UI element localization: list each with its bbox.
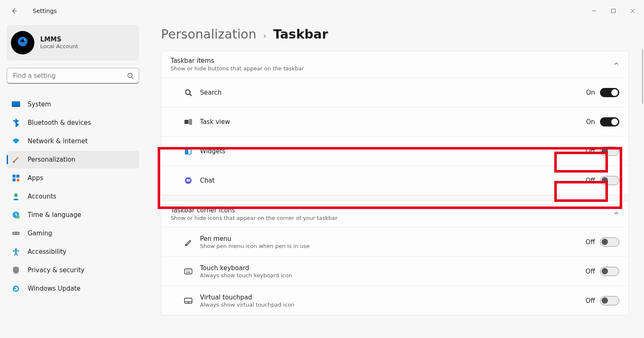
svg-point-20 <box>14 233 15 234</box>
section-subtitle: Show or hide buttons that appear on the … <box>171 65 304 72</box>
brush-icon <box>12 155 20 164</box>
row-chat: Chat Off <box>161 165 628 195</box>
nav-item-accounts[interactable]: Accounts <box>7 188 139 205</box>
svg-point-7 <box>128 73 132 77</box>
breadcrumb-parent[interactable]: Personalization <box>161 27 256 41</box>
svg-point-31 <box>188 180 189 181</box>
nav-label: Privacy & security <box>28 266 84 274</box>
accessibility-icon <box>12 248 20 256</box>
nav-item-system[interactable]: System <box>7 95 139 113</box>
toggle-widgets[interactable] <box>600 147 619 156</box>
row-label: Chat <box>200 177 215 184</box>
update-icon <box>12 284 20 293</box>
search-input[interactable] <box>12 72 127 80</box>
svg-point-23 <box>186 90 190 94</box>
nav-label: Accounts <box>28 193 56 200</box>
svg-rect-11 <box>13 161 15 163</box>
chevron-up-icon <box>613 210 619 218</box>
svg-rect-19 <box>12 232 20 235</box>
svg-line-8 <box>132 77 133 79</box>
row-label: Search <box>200 89 222 96</box>
nav: System Bluetooth & devices Network & int… <box>7 95 139 297</box>
toggle-search[interactable] <box>600 88 619 97</box>
row-widgets: Widgets Off <box>161 136 628 165</box>
nav-label: System <box>28 101 51 108</box>
account-card[interactable]: LMMS Local Account <box>7 25 139 60</box>
svg-rect-32 <box>184 269 192 274</box>
svg-point-22 <box>15 248 17 250</box>
window-controls <box>584 4 642 18</box>
search-box[interactable] <box>7 68 139 84</box>
nav-item-accessibility[interactable]: Accessibility <box>7 243 139 261</box>
nav-item-update[interactable]: Windows Update <box>7 280 139 297</box>
nav-item-privacy[interactable]: Privacy & security <box>7 261 139 279</box>
nav-item-network[interactable]: Network & internet <box>7 132 139 150</box>
row-label: Touch keyboard <box>200 264 292 272</box>
back-button[interactable] <box>10 7 18 15</box>
taskbar-items-header[interactable]: Taskbar items Show or hide buttons that … <box>161 51 628 77</box>
svg-line-24 <box>190 94 192 96</box>
row-sub: Show pen menu icon when pen is in use <box>200 243 310 249</box>
account-type: Local Account <box>40 43 78 50</box>
search-icon <box>127 72 134 79</box>
apps-icon <box>12 174 20 182</box>
svg-point-16 <box>14 194 18 197</box>
row-label: Widgets <box>200 147 226 155</box>
taskbar-items-panel: Taskbar items Show or hide buttons that … <box>161 51 629 195</box>
nav-label: Windows Update <box>28 285 80 292</box>
toggle-touch-keyboard[interactable] <box>600 267 619 276</box>
nav-label: Accessibility <box>28 248 66 255</box>
svg-rect-13 <box>16 175 19 178</box>
person-icon <box>12 192 20 201</box>
keyboard-icon <box>184 267 192 276</box>
system-icon <box>12 100 20 108</box>
breadcrumb: Personalization › Taskbar <box>161 27 629 41</box>
nav-item-apps[interactable]: Apps <box>7 169 139 187</box>
svg-point-21 <box>17 233 18 234</box>
svg-rect-1 <box>612 9 615 13</box>
sidebar: LMMS Local Account System Bluetooth & de… <box>0 22 146 338</box>
row-virtual-touchpad: Virtual touchpad Always show virtual tou… <box>161 286 628 315</box>
svg-rect-26 <box>189 119 192 125</box>
account-name: LMMS <box>40 36 78 43</box>
taskview-icon <box>184 118 192 126</box>
toggle-state: On <box>586 118 595 126</box>
corner-icons-header[interactable]: Taskbar corner icons Show or hide icons … <box>161 201 628 227</box>
toggle-chat[interactable] <box>600 176 619 185</box>
row-pen-menu: Pen menu Show pen menu icon when pen is … <box>161 227 628 256</box>
minimize-button[interactable] <box>584 4 604 18</box>
nav-item-gaming[interactable]: Gaming <box>7 224 139 242</box>
section-subtitle: Show or hide icons that appear on the co… <box>171 215 338 221</box>
row-search: Search On <box>161 77 628 107</box>
row-taskview: Task view On <box>161 107 628 136</box>
toggle-pen-menu[interactable] <box>600 237 619 247</box>
svg-rect-14 <box>13 178 16 181</box>
svg-rect-28 <box>185 148 188 154</box>
toggle-state: Off <box>586 268 595 275</box>
page-title: Taskbar <box>273 27 328 41</box>
svg-rect-25 <box>184 120 189 124</box>
nav-label: Apps <box>28 174 43 182</box>
close-button[interactable] <box>623 4 642 18</box>
title-bar: Settings <box>0 0 644 22</box>
toggle-state: On <box>586 89 595 96</box>
avatar <box>11 31 34 54</box>
maximize-button[interactable] <box>604 4 623 18</box>
corner-icons-panel: Taskbar corner icons Show or hide icons … <box>161 200 629 315</box>
scrollbar-thumb[interactable] <box>642 49 643 104</box>
touchpad-icon <box>184 297 192 305</box>
toggle-taskview[interactable] <box>600 117 619 126</box>
nav-item-personalization[interactable]: Personalization <box>7 151 139 168</box>
nav-item-bluetooth[interactable]: Bluetooth & devices <box>7 114 139 132</box>
toggle-state: Off <box>586 177 595 184</box>
toggle-state: Off <box>586 238 595 246</box>
svg-point-18 <box>16 215 20 219</box>
toggle-virtual-touchpad[interactable] <box>600 296 619 305</box>
search-icon <box>184 88 192 97</box>
chevron-right-icon: › <box>263 31 266 41</box>
nav-item-time[interactable]: Time & language <box>7 206 139 224</box>
row-label: Virtual touchpad <box>200 294 294 301</box>
gamepad-icon <box>12 229 20 237</box>
svg-rect-10 <box>12 106 20 107</box>
toggle-state: Off <box>586 297 595 304</box>
